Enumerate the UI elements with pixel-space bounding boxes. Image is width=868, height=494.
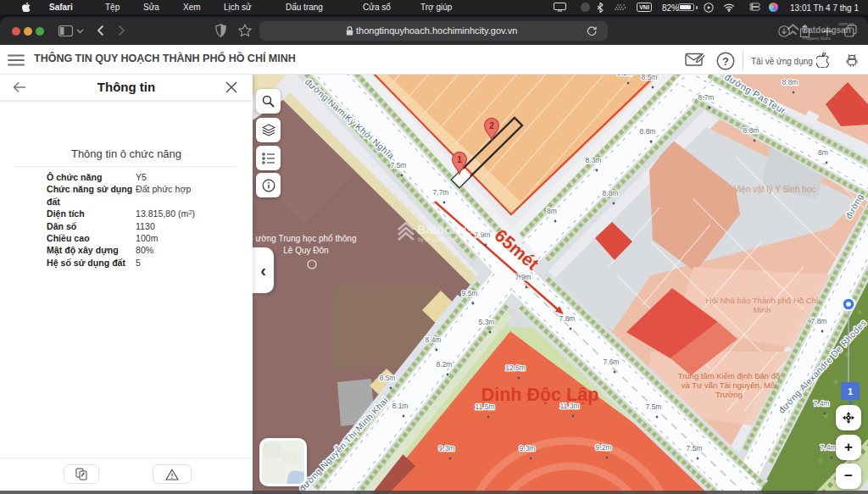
svg-text:8.8m: 8.8m (603, 189, 619, 197)
svg-text:9.3m: 9.3m (520, 444, 536, 452)
svg-text:8.8m: 8.8m (782, 78, 798, 86)
svg-text:7.7m: 7.7m (433, 188, 449, 197)
svg-text:11.3m: 11.3m (560, 402, 580, 410)
svg-text:7.9m: 7.9m (515, 273, 531, 281)
svg-text:1: 1 (848, 386, 853, 397)
svg-text:by PropertyGuru: by PropertyGuru (418, 236, 459, 243)
svg-text:7.8m: 7.8m (559, 314, 576, 323)
svg-text:Lê Quy Đôn: Lê Quy Đôn (283, 246, 328, 255)
svg-text:1: 1 (457, 155, 462, 164)
svg-text:11.5m: 11.5m (476, 402, 495, 411)
svg-text:?: ? (722, 55, 729, 68)
svg-text:8.8m: 8.8m (640, 127, 656, 136)
svg-text:7.4m: 7.4m (821, 443, 837, 452)
svg-text:8.1m: 8.1m (392, 402, 409, 410)
svg-text:Dinh Độc Lập: Dinh Độc Lập (481, 385, 599, 405)
svg-text:9.2m: 9.2m (596, 443, 612, 452)
svg-text:8.4m: 8.4m (426, 336, 442, 344)
svg-text:12.6m: 12.6m (505, 364, 526, 372)
svg-text:Trung tâm Kiểm định Bản đồ: Trung tâm Kiểm định Bản đồ (678, 371, 781, 380)
svg-text:8m: 8m (818, 148, 828, 157)
svg-text:7.5m: 7.5m (687, 444, 703, 452)
svg-text:7.4m: 7.4m (814, 399, 830, 408)
svg-text:8.7m: 8.7m (698, 93, 715, 102)
svg-text:8.5m: 8.5m (380, 374, 396, 382)
svg-text:8.8m: 8.8m (743, 126, 760, 135)
svg-text:9.3m: 9.3m (439, 444, 455, 452)
svg-text:7.5m: 7.5m (646, 402, 662, 411)
svg-text:8m: 8m (547, 207, 557, 215)
svg-text:Minh: Minh (754, 305, 771, 314)
svg-text:9.5m: 9.5m (462, 289, 478, 297)
svg-text:8.2m: 8.2m (437, 360, 453, 369)
svg-text:2: 2 (489, 121, 494, 130)
svg-text:Viện vật lý Y Sinh học: Viện vật lý Y Sinh học (734, 185, 816, 194)
svg-text:7.6m: 7.6m (604, 358, 620, 366)
svg-text:5.3m: 5.3m (479, 318, 495, 326)
svg-text:7.5m: 7.5m (391, 161, 407, 169)
svg-text:và Tư vấn Tài nguyên, Môi: và Tư vấn Tài nguyên, Môi (682, 380, 777, 390)
svg-text:Hội Nhà báo Thành phố Hồ Chí: Hội Nhà báo Thành phố Hồ Chí (706, 296, 819, 305)
svg-text:Trường: Trường (715, 390, 743, 399)
svg-text:Batdongsan: Batdongsan (417, 223, 488, 236)
svg-text:7.8m: 7.8m (811, 317, 827, 325)
svg-text:ường Trung học phổ thông: ường Trung học phổ thông (256, 234, 357, 243)
svg-text:8.3m: 8.3m (586, 156, 602, 164)
